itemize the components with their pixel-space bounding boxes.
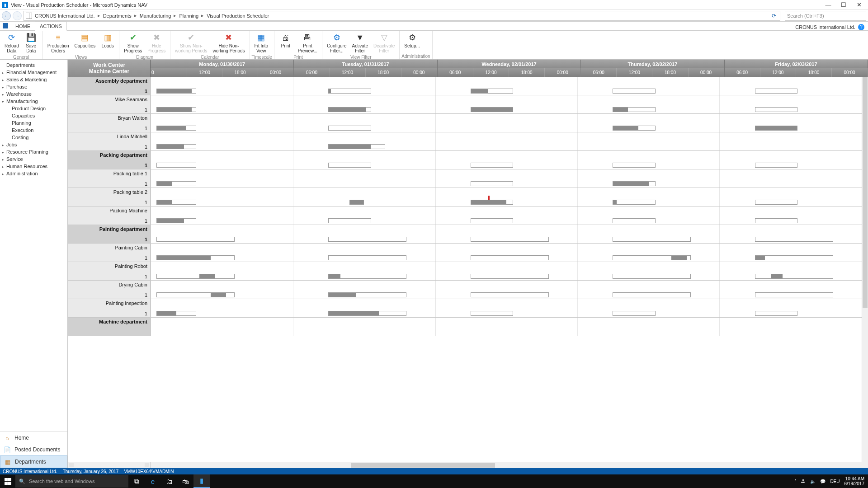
gantt-bar[interactable] (613, 89, 655, 94)
dynamics-nav-icon[interactable]: ▮ (193, 474, 210, 488)
gantt-bar[interactable] (328, 255, 406, 260)
row-lane[interactable] (151, 77, 862, 95)
gantt-bar[interactable] (613, 126, 655, 131)
gantt-bar[interactable] (471, 311, 513, 316)
gantt-bar[interactable] (613, 107, 655, 112)
minimize-button[interactable]: — (825, 1, 832, 8)
reload-data-button[interactable]: ⟳Reload Data (2, 32, 22, 54)
row-lane[interactable] (151, 169, 862, 188)
gantt-bar[interactable] (471, 274, 549, 279)
gantt-bar[interactable] (755, 255, 833, 260)
gantt-bar[interactable] (328, 89, 371, 94)
row-label[interactable]: Painting Cabin1 (68, 244, 151, 262)
row-label[interactable]: Painting inspection1 (68, 299, 151, 317)
tray-up-icon[interactable]: ˄ (794, 479, 797, 484)
setup-button[interactable]: ⚙Setup... (401, 32, 422, 53)
gantt-bar[interactable] (755, 274, 833, 279)
tree-item[interactable]: Service (0, 155, 67, 163)
search-input[interactable]: Search (Ctrl+F3) (785, 11, 866, 21)
gantt-bar[interactable] (156, 255, 235, 260)
row-label[interactable]: Bryan Walton1 (68, 114, 151, 132)
gantt-bar[interactable] (613, 218, 655, 223)
row-lane[interactable] (151, 206, 862, 225)
forward-button[interactable]: → (13, 11, 22, 20)
app-menu-button[interactable] (3, 23, 8, 28)
breadcrumb-root[interactable]: CRONUS International Ltd. (35, 13, 95, 19)
gantt-bar[interactable] (328, 237, 406, 242)
tab-actions[interactable]: ACTIONS (35, 22, 67, 31)
gantt-bar[interactable] (755, 107, 797, 112)
gantt-bar[interactable] (613, 255, 691, 260)
gantt-bar[interactable] (471, 237, 549, 242)
configure-filter-button[interactable]: ⚙Configure Filter... (324, 32, 349, 54)
row-lane[interactable] (151, 132, 862, 150)
tree-item[interactable]: Capacities (0, 112, 67, 119)
loads-button[interactable]: ▥Loads (98, 32, 117, 54)
tray-volume-icon[interactable]: 🔈 (810, 479, 816, 484)
show-progress-button[interactable]: ✔Show Progress (121, 32, 145, 54)
gantt-bar[interactable] (755, 311, 797, 316)
start-button[interactable] (0, 474, 15, 488)
gantt-bar[interactable] (156, 292, 235, 297)
store-icon[interactable]: 🛍 (177, 474, 193, 488)
back-button[interactable]: ← (2, 11, 11, 20)
row-label[interactable]: Painting department1 (68, 225, 151, 243)
gantt-scheduler[interactable]: Work Center Machine Center Monday, 01/30… (68, 60, 868, 468)
taskbar-search[interactable]: 🔍Search the web and Windows (15, 475, 128, 488)
gantt-bar[interactable] (613, 311, 655, 316)
row-label[interactable]: Packing department1 (68, 151, 151, 169)
tree-item[interactable]: Costing (0, 134, 67, 141)
row-label[interactable]: Assembly department1 (68, 77, 151, 95)
gantt-bar[interactable] (755, 163, 797, 168)
nav-posted-documents[interactable]: 📄Posted Documents (0, 444, 67, 455)
tree-item[interactable]: Execution (0, 127, 67, 134)
tree-item[interactable]: Human Resources (0, 163, 67, 170)
vertical-scrollbar[interactable] (862, 77, 868, 462)
gantt-bar[interactable] (156, 274, 235, 279)
edge-icon[interactable]: e (145, 474, 161, 488)
row-label[interactable]: Linda Mitchell1 (68, 132, 151, 150)
gantt-bar[interactable] (156, 181, 196, 186)
gantt-bar[interactable] (471, 181, 513, 186)
gantt-bar[interactable] (156, 126, 196, 131)
row-lane[interactable] (151, 281, 862, 299)
activate-filter-button[interactable]: ▼Activate Filter (349, 32, 371, 54)
gantt-bar[interactable] (755, 218, 797, 223)
production-orders-button[interactable]: ≡Production Orders (45, 32, 72, 54)
row-lane[interactable] (151, 262, 862, 280)
gantt-bar[interactable] (328, 107, 371, 112)
gantt-bar[interactable] (471, 89, 513, 94)
gantt-bar[interactable] (613, 181, 655, 186)
row-lane[interactable] (151, 114, 862, 132)
gantt-bar[interactable] (156, 144, 196, 149)
gantt-bar[interactable] (613, 163, 655, 168)
tray-clock[interactable]: 10:44 AM 6/19/2017 (844, 476, 865, 486)
maximize-button[interactable]: ☐ (840, 1, 847, 8)
breadcrumb-item[interactable]: Departments (103, 13, 132, 19)
tree-item[interactable]: Product Design (0, 105, 67, 112)
tree-item[interactable]: Administration (0, 170, 67, 177)
gantt-bar[interactable] (471, 107, 513, 112)
gantt-bar[interactable] (471, 218, 513, 223)
row-label[interactable]: Machine department (68, 318, 151, 336)
row-label[interactable]: Packing table 21 (68, 188, 151, 206)
gantt-bar[interactable] (156, 107, 196, 112)
row-lane[interactable] (151, 188, 862, 206)
tree-item[interactable]: Purchase (0, 83, 67, 90)
gantt-bar[interactable] (755, 89, 797, 94)
gantt-bar[interactable] (328, 218, 371, 223)
tree-item[interactable]: Financial Management (0, 69, 67, 76)
tree-item[interactable]: Sales & Marketing (0, 76, 67, 83)
gantt-bar[interactable] (156, 218, 196, 223)
gantt-bar[interactable] (156, 237, 235, 242)
row-lane[interactable] (151, 151, 862, 169)
gantt-bar[interactable] (156, 200, 196, 205)
gantt-bar[interactable] (156, 311, 196, 316)
gantt-bar[interactable] (471, 163, 513, 168)
gantt-bar[interactable] (471, 292, 549, 297)
gantt-bar[interactable] (349, 200, 363, 205)
breadcrumb-item[interactable]: Planning (179, 13, 198, 19)
row-lane[interactable] (151, 225, 862, 243)
row-label[interactable]: Painting Robot1 (68, 262, 151, 280)
gantt-bar[interactable] (755, 200, 797, 205)
